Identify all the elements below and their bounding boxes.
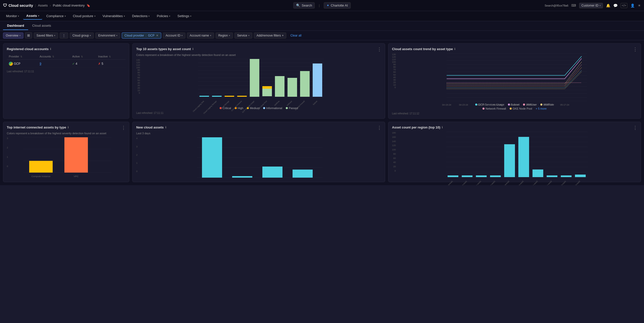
user-icon[interactable]: 👤 bbox=[630, 4, 635, 8]
charlotte-ai-button[interactable]: ✦ Charlotte AI bbox=[324, 2, 351, 9]
new-assets-bar-3[interactable] bbox=[262, 167, 283, 178]
environment-filter-button[interactable]: Environment ▾ bbox=[95, 33, 120, 39]
assets-breadcrumb[interactable]: Assets bbox=[38, 4, 48, 7]
registered-accounts-table: Provider ⇅ Accounts ⇅ Active ⇅ Inactive … bbox=[7, 53, 126, 68]
service-filter-button[interactable]: Service ▾ bbox=[234, 33, 252, 39]
card-header-internet: Top internet connected assets by type ℹ bbox=[7, 125, 126, 129]
accounts-link[interactable]: 9 bbox=[39, 62, 41, 66]
clear-all-button[interactable]: Clear all bbox=[288, 33, 304, 38]
nav-detections[interactable]: Detections ▾ bbox=[129, 13, 153, 19]
trend-chart-menu[interactable]: ⋮ bbox=[633, 47, 638, 52]
cloud-group-filter-button[interactable]: Cloud group ▾ bbox=[70, 33, 94, 39]
add-remove-filters-button[interactable]: Add/remove filters + bbox=[254, 33, 287, 39]
new-cloud-assets-menu[interactable]: ⋮ bbox=[377, 125, 382, 131]
chat-icon[interactable]: 💬 bbox=[613, 4, 618, 8]
nav-assets[interactable]: Assets ▾ bbox=[23, 12, 42, 20]
bell-icon[interactable]: 🔔 bbox=[606, 4, 610, 8]
cloud-provider-close[interactable]: ✕ bbox=[156, 34, 158, 37]
nav-cloud-posture[interactable]: Cloud posture ▾ bbox=[70, 13, 99, 19]
bar-iamrole[interactable] bbox=[275, 76, 285, 97]
region-bar-5[interactable] bbox=[504, 144, 515, 177]
trend-y-40: 40 bbox=[392, 76, 396, 79]
internet-bar-vpc[interactable] bbox=[64, 137, 88, 173]
region-bar-2[interactable] bbox=[462, 175, 473, 177]
nav-compliance[interactable]: Compliance ▾ bbox=[43, 13, 69, 19]
accounts-sort-icon[interactable]: ⇅ bbox=[52, 55, 54, 58]
account-name-filter-button[interactable]: Account name ▾ bbox=[187, 33, 214, 39]
new-cloud-assets-info-icon[interactable]: ℹ bbox=[165, 126, 166, 129]
region-x-label-6: us-east2 bbox=[517, 180, 524, 185]
accounts-col-header: Accounts ⇅ bbox=[37, 53, 70, 60]
asset-count-region-menu[interactable]: ⋮ bbox=[633, 125, 638, 131]
region-bar-4[interactable] bbox=[490, 175, 501, 177]
internet-bar-compute[interactable] bbox=[29, 161, 53, 173]
region-bar-9[interactable] bbox=[561, 175, 572, 177]
card-header-region: Asset count per region (top 10) ℹ bbox=[392, 125, 637, 129]
grid-view-button[interactable]: ⊞ bbox=[25, 32, 32, 39]
gcp-provider-badge: GCP bbox=[9, 62, 35, 66]
region-bar-3[interactable] bbox=[476, 175, 487, 177]
top10-assets-menu[interactable]: ⋮ bbox=[377, 47, 382, 52]
bookmark-icon[interactable]: 🔖 bbox=[87, 4, 90, 7]
tab-dashboard[interactable]: Dashboard bbox=[3, 22, 28, 30]
region-bar-10[interactable] bbox=[575, 175, 586, 177]
bar-gke-nodepool-green[interactable] bbox=[262, 89, 272, 96]
legend-more[interactable]: + 5 more bbox=[536, 107, 547, 110]
bar-subnet[interactable] bbox=[313, 63, 322, 97]
region-filter-button[interactable]: Region ▾ bbox=[216, 33, 233, 39]
cloud-provider-filter-button[interactable]: Cloud provider : GCP ✕ bbox=[122, 33, 161, 39]
region-bar-6[interactable] bbox=[518, 137, 529, 177]
internet-assets-info-icon[interactable]: ℹ bbox=[68, 126, 69, 129]
nav-vulnerabilities-chevron: ▾ bbox=[124, 15, 125, 17]
bar-network-firewall[interactable] bbox=[300, 71, 310, 97]
code-icon[interactable]: </> bbox=[621, 3, 627, 8]
bar-gcp-services-usage[interactable] bbox=[250, 59, 259, 97]
account-id-filter-button[interactable]: Account ID ▾ bbox=[163, 33, 185, 39]
cloud-provider-value: GCP bbox=[148, 34, 154, 37]
overview-filter-button[interactable]: Overview ▾ bbox=[3, 33, 23, 39]
internet-assets-menu[interactable]: ⋮ bbox=[121, 125, 126, 131]
new-assets-bar-2[interactable] bbox=[232, 176, 252, 178]
saved-filters-button[interactable]: Saved filters ▾ bbox=[34, 33, 58, 39]
bar-iamuser[interactable] bbox=[288, 78, 297, 97]
inactive-sort-icon[interactable]: ⇅ bbox=[109, 55, 111, 58]
active-sort-icon[interactable]: ⇅ bbox=[81, 55, 83, 58]
nav-policies[interactable]: Policies ▾ bbox=[154, 13, 173, 19]
tab-cloud-assets[interactable]: Cloud assets bbox=[28, 22, 55, 30]
internet-bar-chart-svg: Compute Instance VPC bbox=[9, 137, 126, 173]
customer-id-button[interactable]: Customer ID ▾ bbox=[579, 3, 603, 8]
region-x-label-7: us-west2 bbox=[532, 180, 538, 185]
high-label: High bbox=[238, 107, 244, 110]
trend-chart-info-icon[interactable]: ℹ bbox=[454, 47, 455, 51]
search-button[interactable]: 🔍 Search bbox=[293, 2, 315, 9]
new-assets-bar-4[interactable] bbox=[293, 170, 313, 178]
nav-compliance-chevron: ▾ bbox=[65, 15, 66, 17]
asset-count-region-info-icon[interactable]: ℹ bbox=[442, 126, 443, 129]
top10-assets-info-icon[interactable]: ℹ bbox=[192, 47, 193, 51]
bar-cloud-logging-sink[interactable] bbox=[199, 96, 209, 97]
nav-monitor-chevron: ▾ bbox=[18, 15, 19, 17]
bar-compute-instance[interactable] bbox=[237, 96, 247, 97]
nav-vulnerabilities[interactable]: Vulnerabilities ▾ bbox=[100, 13, 128, 19]
more-options-button[interactable]: ⋮ bbox=[60, 33, 68, 39]
region-x-label-9: asia-east1 bbox=[559, 180, 567, 185]
bar-cloud-storage[interactable] bbox=[225, 96, 234, 97]
sun-icon[interactable]: ☀ bbox=[638, 4, 641, 8]
keyboard-icon[interactable]: ⌨ bbox=[571, 4, 576, 7]
region-bar-7[interactable] bbox=[533, 170, 543, 177]
registered-accounts-info-icon[interactable]: ℹ bbox=[50, 47, 51, 51]
registered-accounts-title: Registered cloud accounts bbox=[7, 47, 49, 51]
new-assets-bar-1[interactable] bbox=[202, 137, 222, 178]
customer-id-label: Customer ID bbox=[581, 4, 598, 7]
bar-cloud-logging-storage[interactable] bbox=[212, 96, 222, 97]
new-assets-y-3: 3 bbox=[136, 146, 137, 148]
provider-sort-icon[interactable]: ⇅ bbox=[20, 55, 22, 58]
nav-monitor[interactable]: Monitor ▾ bbox=[3, 13, 22, 19]
region-bar-8[interactable] bbox=[547, 175, 557, 177]
nav-settings[interactable]: Settings ▾ bbox=[174, 13, 194, 19]
region-bar-1[interactable] bbox=[448, 175, 458, 177]
y-label-100: 100 bbox=[136, 67, 140, 69]
internet-x-label-compute: Compute Instance bbox=[31, 175, 51, 178]
gcp-services-dot bbox=[475, 104, 477, 106]
bar-gke-nodepool-yellow[interactable] bbox=[262, 86, 272, 89]
